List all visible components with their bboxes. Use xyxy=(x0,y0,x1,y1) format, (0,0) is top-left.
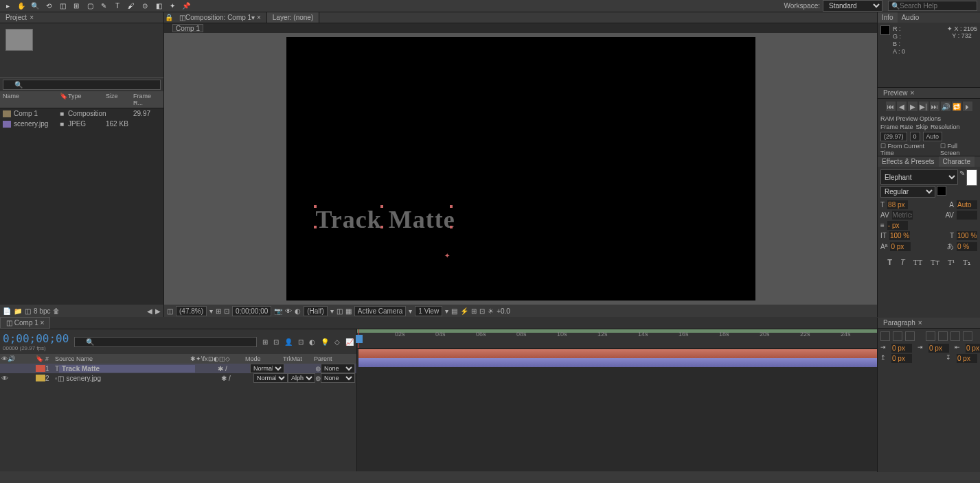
font-style-select[interactable]: Regular xyxy=(880,186,935,198)
stroke-width-input[interactable] xyxy=(887,221,908,230)
exposure-value[interactable]: +0.0 xyxy=(497,307,510,315)
resolution-icon[interactable]: ⊞ xyxy=(216,307,221,315)
auto-keyframe-icon[interactable]: ◇ xyxy=(334,338,340,346)
ram-preview-button[interactable]: ⏵ xyxy=(963,102,972,111)
snapshot-icon[interactable]: 📷 xyxy=(274,307,282,315)
mode-header[interactable]: Mode xyxy=(245,355,283,362)
roi-icon[interactable]: ◫ xyxy=(337,307,343,315)
parent-select[interactable]: None xyxy=(321,373,355,383)
info-tab[interactable]: Info xyxy=(878,12,898,23)
timeline-icon[interactable]: ⊞ xyxy=(471,307,477,315)
pan-behind-tool-icon[interactable]: ⊞ xyxy=(71,1,81,11)
align-center-button[interactable] xyxy=(893,331,902,341)
mode-select[interactable]: Normal xyxy=(253,373,288,383)
draft-3d-icon[interactable]: ⊡ xyxy=(273,338,279,346)
col-name[interactable]: Name xyxy=(3,93,60,106)
align-right-button[interactable] xyxy=(905,331,915,341)
parent-pickwhip-icon[interactable]: ⊚ xyxy=(315,365,321,373)
col-size[interactable]: Size xyxy=(106,93,133,106)
parent-pickwhip-icon[interactable]: ⊚ xyxy=(315,375,321,382)
graph-editor-icon[interactable]: 📈 xyxy=(345,338,354,346)
project-tab[interactable]: Project× xyxy=(0,12,163,23)
rotation-tool-icon[interactable]: ⟲ xyxy=(44,1,54,11)
hscale-input[interactable] xyxy=(957,231,977,240)
kerning-input[interactable] xyxy=(892,211,913,220)
stroke-swatch[interactable] xyxy=(937,186,946,196)
skip-input[interactable]: 0 xyxy=(910,132,920,141)
full-screen-checkbox[interactable]: ☐ Full Screen xyxy=(940,143,977,156)
camera-select[interactable]: Active Camera xyxy=(354,306,407,316)
superscript-button[interactable]: T¹ xyxy=(945,257,957,268)
faux-bold-button[interactable]: T xyxy=(885,257,895,268)
timecode[interactable]: 0;00;00;00 xyxy=(3,332,69,345)
selection-handle[interactable] xyxy=(380,226,383,228)
layer-color[interactable] xyxy=(36,365,45,372)
trash-icon[interactable]: 🗑 xyxy=(53,307,60,315)
flowchart-icon[interactable]: ⊡ xyxy=(479,307,485,315)
brainstorm-icon[interactable]: 💡 xyxy=(321,338,329,346)
selection-handle[interactable] xyxy=(380,205,383,208)
selection-handle[interactable] xyxy=(450,205,453,208)
first-frame-button[interactable]: ⏮ xyxy=(886,102,896,111)
font-size-input[interactable] xyxy=(887,200,908,209)
chevron-down-icon[interactable]: ▾ xyxy=(445,307,448,315)
roto-tool-icon[interactable]: ✦ xyxy=(168,1,177,11)
transparency-icon[interactable]: ▦ xyxy=(345,307,352,315)
small-caps-button[interactable]: Tᴛ xyxy=(928,257,942,268)
col-type[interactable]: Type xyxy=(68,93,106,106)
source-name-header[interactable]: Source Name xyxy=(55,355,190,362)
color-mgmt-icon[interactable]: ◐ xyxy=(295,307,301,315)
layer-name[interactable]: scenery.jpg xyxy=(64,375,198,382)
justify-all-button[interactable] xyxy=(963,331,972,341)
chevron-down-icon[interactable]: ▾ xyxy=(330,307,334,315)
subscript-button[interactable]: T₁ xyxy=(960,257,973,268)
current-time[interactable]: 0;00;00;00 xyxy=(232,306,271,316)
eraser-tool-icon[interactable]: ◧ xyxy=(154,1,163,11)
close-icon[interactable]: × xyxy=(918,319,922,327)
chevron-down-icon[interactable]: ▾ xyxy=(209,307,213,315)
close-icon[interactable]: × xyxy=(30,14,34,21)
font-family-select[interactable]: Elephant xyxy=(880,169,958,185)
hand-tool-icon[interactable]: ✋ xyxy=(16,1,26,11)
selection-handle[interactable] xyxy=(314,226,317,228)
frame-blend-icon[interactable]: ⊡ xyxy=(298,338,304,346)
interpret-icon[interactable]: 📄 xyxy=(3,307,11,315)
space-before-input[interactable] xyxy=(891,354,912,363)
space-after-input[interactable] xyxy=(957,354,977,363)
workspace-select[interactable]: Standard xyxy=(823,0,882,12)
playhead[interactable] xyxy=(358,329,359,348)
from-current-checkbox[interactable]: ☐ From Current Time xyxy=(880,143,937,156)
composition-tab[interactable]: ◫ Composition: Comp 1 ▾ × xyxy=(174,12,267,23)
parent-header[interactable]: Parent xyxy=(314,355,355,362)
nav-right-icon[interactable]: ▶ xyxy=(155,307,161,315)
loop-button[interactable]: 🔁 xyxy=(952,102,961,111)
audio-button[interactable]: 🔊 xyxy=(941,102,950,111)
chevron-down-icon[interactable]: ▾ xyxy=(409,307,412,315)
project-search-input[interactable] xyxy=(3,80,161,90)
clone-tool-icon[interactable]: ⊙ xyxy=(140,1,150,11)
camera-tool-icon[interactable]: ◫ xyxy=(58,1,67,11)
search-input[interactable] xyxy=(900,2,974,10)
justify-right-button[interactable] xyxy=(950,331,960,341)
tsume-input[interactable] xyxy=(957,242,977,251)
grid-icon[interactable]: ⊡ xyxy=(224,307,229,315)
tracking-input[interactable] xyxy=(957,211,977,220)
layer-row[interactable]: 1 T Track Matte ✱ / Normal ⊚ None xyxy=(0,364,356,373)
align-left-button[interactable] xyxy=(880,331,890,341)
layer-tab[interactable]: Layer: (none) xyxy=(267,12,319,23)
bpc-button[interactable]: 8 bpc xyxy=(34,307,50,315)
layer-row[interactable]: 👁 2 ▫◫ scenery.jpg ✱ / Normal Alpha ⊚ No… xyxy=(0,373,356,383)
prev-frame-button[interactable]: ◀ xyxy=(897,102,907,111)
chevron-down-icon[interactable]: ▾ × xyxy=(251,14,261,21)
trkmat-select[interactable]: Alpha xyxy=(288,373,315,383)
comp-mini-flowchart-icon[interactable]: ⊞ xyxy=(262,338,268,346)
pen-tool-icon[interactable]: ✎ xyxy=(99,1,109,11)
timeline-search[interactable]: 🔍 xyxy=(74,337,257,347)
pixel-aspect-icon[interactable]: ▤ xyxy=(451,307,457,315)
layer-switches[interactable]: ✱ / xyxy=(198,375,253,382)
framerate-input[interactable]: (29.97) xyxy=(880,132,907,141)
project-item[interactable]: scenery.jpg ■ JPEG 162 KB xyxy=(0,119,163,129)
effects-presets-tab[interactable]: Effects & Presets xyxy=(878,156,939,167)
rect-tool-icon[interactable]: ▢ xyxy=(85,1,95,11)
justify-left-button[interactable] xyxy=(926,331,935,341)
